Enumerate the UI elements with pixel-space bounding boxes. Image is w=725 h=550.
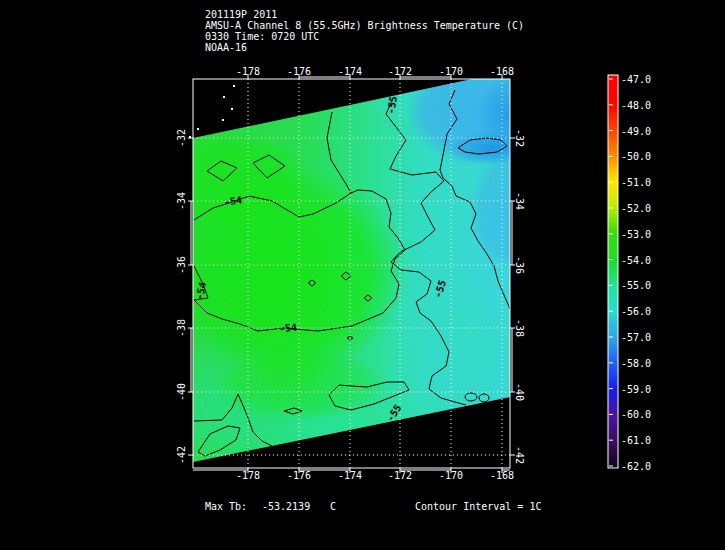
max-tb-label: Max Tb: (205, 501, 247, 512)
colorbar-label: -59.0 (621, 383, 651, 394)
amsu-plot-screen: 201119P 2011 AMSU-A Channel 8 (55.5GHz) … (0, 0, 725, 550)
colorbar-label: -56.0 (621, 306, 651, 317)
colorbar-label: -52.0 (621, 203, 651, 214)
y-axis-label-left: -32 (176, 129, 187, 147)
max-tb-value: -53.2139 (262, 501, 310, 512)
x-axis-label-top: -178 (236, 66, 260, 77)
y-axis-label-left: -40 (176, 383, 187, 401)
y-axis-label-right: -40 (514, 383, 525, 401)
y-axis-label-right: -36 (514, 256, 525, 274)
contour-label--54-c: -54 (278, 322, 297, 335)
y-axis-label-left: -38 (176, 319, 187, 337)
x-axis-label-top: -170 (439, 66, 463, 77)
colorbar-label: -60.0 (621, 409, 651, 420)
x-axis-label-bottom: -168 (490, 470, 514, 481)
x-axis-label-top: -176 (287, 66, 311, 77)
y-axis-label-left: -36 (176, 256, 187, 274)
colorbar-label: -61.0 (621, 435, 651, 446)
x-axis-label-top: -172 (388, 66, 412, 77)
y-axis-label-left: -34 (176, 192, 187, 210)
max-tb-unit: C (330, 501, 336, 512)
colorbar-label: -57.0 (621, 332, 651, 343)
y-axis-label-right: -42 (514, 446, 525, 464)
contour-interval-label: Contour Interval = 1C (415, 501, 541, 512)
y-axis-label-left: -42 (176, 446, 187, 464)
map-canvas (0, 0, 725, 550)
colorbar-label: -48.0 (621, 99, 651, 110)
x-axis-label-bottom: -176 (287, 470, 311, 481)
x-axis-label-bottom: -178 (236, 470, 260, 481)
noise-dots (189, 85, 235, 138)
colorbar-label: -54.0 (621, 254, 651, 265)
y-axis-label-right: -32 (514, 129, 525, 147)
colorbar-label: -53.0 (621, 228, 651, 239)
colorbar-label: -47.0 (621, 74, 651, 85)
colorbar-label: -58.0 (621, 357, 651, 368)
colorbar-label: -55.0 (621, 280, 651, 291)
y-axis-label-right: -38 (514, 319, 525, 337)
x-axis-label-top: -174 (338, 66, 362, 77)
colorbar (608, 75, 618, 468)
x-axis-label-bottom: -170 (439, 470, 463, 481)
colorbar-label: -62.0 (621, 461, 651, 472)
colorbar-label: -51.0 (621, 177, 651, 188)
colorbar-label: -49.0 (621, 125, 651, 136)
y-axis-label-right: -34 (514, 192, 525, 210)
x-axis-label-top: -168 (490, 66, 514, 77)
x-axis-label-bottom: -172 (388, 470, 412, 481)
x-axis-label-bottom: -174 (338, 470, 362, 481)
colorbar-label: -50.0 (621, 151, 651, 162)
